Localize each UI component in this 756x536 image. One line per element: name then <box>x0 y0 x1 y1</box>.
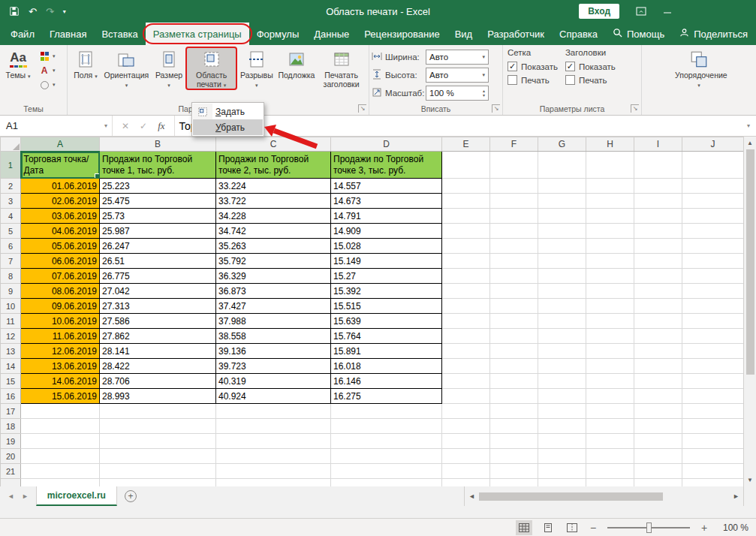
row-header-12[interactable]: 12 <box>1 329 21 344</box>
cell-E7[interactable] <box>442 254 490 269</box>
cell-A4[interactable]: 03.06.2019 <box>21 209 100 224</box>
cell-F11[interactable] <box>490 314 538 329</box>
cell-I17[interactable] <box>634 404 682 419</box>
gridlines-print-option[interactable]: Печать <box>508 75 558 85</box>
cell-B20[interactable] <box>100 449 216 464</box>
cell-G2[interactable] <box>538 179 586 194</box>
cell-G9[interactable] <box>538 284 586 299</box>
cell-C5[interactable]: 34.742 <box>216 224 331 239</box>
cell-I20[interactable] <box>634 449 682 464</box>
cell-E21[interactable] <box>442 464 490 479</box>
cell-F17[interactable] <box>490 404 538 419</box>
page-setup-dialog-launcher[interactable]: ↘ <box>358 104 366 113</box>
cell-B9[interactable]: 27.042 <box>100 284 216 299</box>
print-area-button[interactable]: Область печати ▾ <box>186 47 236 89</box>
cell-H8[interactable] <box>586 269 634 284</box>
cell-E1[interactable] <box>442 152 490 179</box>
cell-J9[interactable] <box>682 284 744 299</box>
cell-J16[interactable] <box>682 389 744 404</box>
margins-button[interactable]: Поля ▾ <box>70 47 101 80</box>
cell-J20[interactable] <box>682 449 744 464</box>
cell-C21[interactable] <box>216 464 331 479</box>
column-header-A[interactable]: A <box>21 137 100 152</box>
tab-insert[interactable]: Вставка <box>94 23 145 45</box>
sheet-options-dialog-launcher[interactable]: ↘ <box>631 104 639 113</box>
cell-J14[interactable] <box>682 359 744 374</box>
cell-E15[interactable] <box>442 374 490 389</box>
tab-home[interactable]: Главная <box>42 23 94 45</box>
cell-G6[interactable] <box>538 239 586 254</box>
cell-J15[interactable] <box>682 374 744 389</box>
cell-A9[interactable]: 08.06.2019 <box>21 284 100 299</box>
cell-C8[interactable]: 36.329 <box>216 269 331 284</box>
cell-J8[interactable] <box>682 269 744 284</box>
cell-H7[interactable] <box>586 254 634 269</box>
print-titles-button[interactable]: Печатать заголовки <box>316 47 366 89</box>
cell-A12[interactable]: 11.06.2019 <box>21 329 100 344</box>
column-header-H[interactable]: H <box>586 137 634 152</box>
cell-H13[interactable] <box>586 344 634 359</box>
cell-A22[interactable] <box>21 479 100 487</box>
cell-G3[interactable] <box>538 194 586 209</box>
scale-input[interactable]: 100 %▴▾ <box>426 86 489 101</box>
cell-D16[interactable]: 16.275 <box>331 389 442 404</box>
row-header-6[interactable]: 6 <box>1 239 21 254</box>
cell-F6[interactable] <box>490 239 538 254</box>
row-header-15[interactable]: 15 <box>1 374 21 389</box>
cell-A1[interactable]: Торговая точка/ Дата <box>21 152 100 179</box>
cell-E2[interactable] <box>442 179 490 194</box>
cell-F4[interactable] <box>490 209 538 224</box>
cell-C16[interactable]: 40.924 <box>216 389 331 404</box>
cell-D12[interactable]: 15.764 <box>331 329 442 344</box>
cell-E18[interactable] <box>442 419 490 434</box>
cell-G21[interactable] <box>538 464 586 479</box>
cell-C9[interactable]: 36.873 <box>216 284 331 299</box>
arrange-button[interactable]: Упорядочение ▾ <box>673 47 725 89</box>
horizontal-scrollbar[interactable]: ◄ ► <box>464 486 743 506</box>
scroll-right-icon[interactable]: ► <box>729 492 743 500</box>
cell-A16[interactable]: 15.06.2019 <box>21 389 100 404</box>
cell-A10[interactable]: 09.06.2019 <box>21 299 100 314</box>
theme-colors-button[interactable]: ▾ <box>37 50 57 62</box>
cell-D2[interactable]: 14.557 <box>331 179 442 194</box>
gridlines-view-option[interactable]: ✓Показать <box>508 62 558 71</box>
menu-item-clear-print-area[interactable]: Убрать <box>193 119 263 135</box>
cell-G11[interactable] <box>538 314 586 329</box>
cell-H20[interactable] <box>586 449 634 464</box>
tab-view[interactable]: Вид <box>447 23 480 45</box>
cell-J11[interactable] <box>682 314 744 329</box>
cell-I16[interactable] <box>634 389 682 404</box>
select-all-button[interactable] <box>1 137 21 152</box>
cell-D14[interactable]: 16.018 <box>331 359 442 374</box>
cell-H5[interactable] <box>586 224 634 239</box>
cell-F21[interactable] <box>490 464 538 479</box>
row-header-19[interactable]: 19 <box>1 434 21 449</box>
cell-A20[interactable] <box>21 449 100 464</box>
column-header-C[interactable]: C <box>216 137 331 152</box>
row-header-21[interactable]: 21 <box>1 464 21 479</box>
cell-E11[interactable] <box>442 314 490 329</box>
cell-H19[interactable] <box>586 434 634 449</box>
cell-A21[interactable] <box>21 464 100 479</box>
cell-J22[interactable] <box>682 479 744 487</box>
cell-H1[interactable] <box>586 152 634 179</box>
cell-C15[interactable]: 40.319 <box>216 374 331 389</box>
cell-H6[interactable] <box>586 239 634 254</box>
cell-H11[interactable] <box>586 314 634 329</box>
height-dropdown[interactable]: Авто▾ <box>426 68 489 83</box>
cell-D15[interactable]: 16.146 <box>331 374 442 389</box>
redo-icon[interactable]: ↷ <box>46 6 54 17</box>
tab-help[interactable]: Справка <box>552 23 605 45</box>
cell-B19[interactable] <box>100 434 216 449</box>
cell-H9[interactable] <box>586 284 634 299</box>
cell-B4[interactable]: 25.73 <box>100 209 216 224</box>
tab-formulas[interactable]: Формулы <box>249 23 307 45</box>
cell-I18[interactable] <box>634 419 682 434</box>
cell-E8[interactable] <box>442 269 490 284</box>
column-header-E[interactable]: E <box>442 137 490 152</box>
normal-view-button[interactable] <box>516 520 532 535</box>
row-header-16[interactable]: 16 <box>1 389 21 404</box>
cell-I19[interactable] <box>634 434 682 449</box>
cell-B13[interactable]: 28.141 <box>100 344 216 359</box>
row-header-5[interactable]: 5 <box>1 224 21 239</box>
